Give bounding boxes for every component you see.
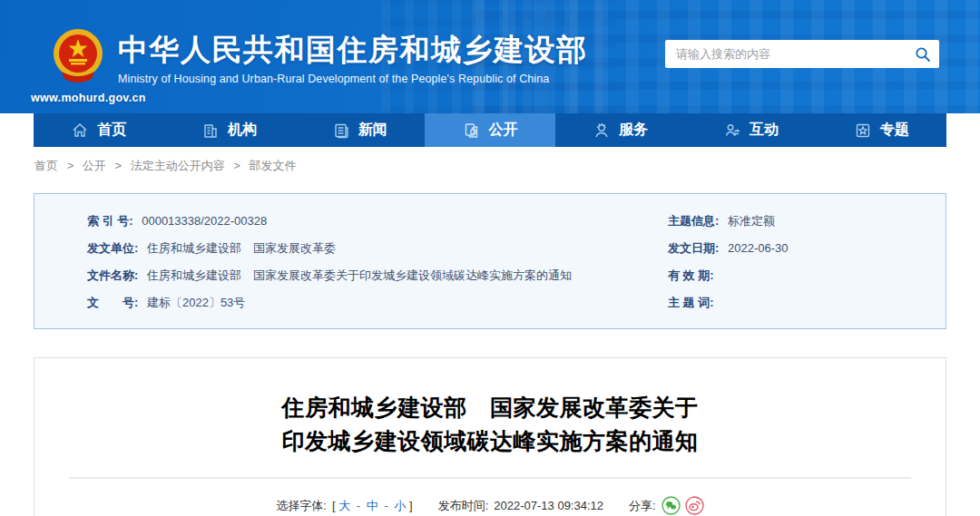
share-icons	[662, 496, 704, 515]
doc-value: 住房和城乡建设部 国家发展改革委	[147, 241, 336, 255]
special-topic-icon	[854, 122, 872, 140]
search-icon	[915, 46, 931, 63]
article-content-box: 住房和城乡建设部 国家发展改革委关于 印发城乡建设领域碳达峰实施方案的通知 选择…	[34, 357, 946, 516]
interaction-icon	[723, 122, 741, 140]
nav-item-special-topic[interactable]: 专题	[816, 113, 946, 147]
doc-info-right-column: 主题信息: 标准定额 发文日期: 2022-06-30 有 效 期: 主 题 词…	[668, 213, 940, 328]
breadcrumb-separator: >	[114, 159, 122, 172]
disclosure-icon	[463, 122, 481, 140]
breadcrumb-home[interactable]: 首页	[34, 159, 58, 172]
breadcrumb-statutory-content[interactable]: 法定主动公开内容	[131, 159, 225, 172]
nav-item-news[interactable]: 新闻	[294, 113, 425, 147]
news-icon	[332, 122, 350, 140]
bracket: [	[332, 499, 336, 512]
breadcrumb-separator: >	[233, 159, 240, 172]
publish-time-label: 发布时间:	[438, 498, 489, 514]
home-icon	[71, 122, 89, 140]
search-bar	[665, 40, 939, 68]
doc-value: 建标〔2022〕53号	[147, 296, 245, 309]
publish-time-value: 2022-07-13 09:34:12	[494, 499, 603, 512]
search-button[interactable]	[906, 40, 939, 68]
doc-value: 标准定额	[728, 214, 775, 228]
site-header: www.mohurd.gov.cn 中华人民共和国住房和城乡建设部 Minist…	[0, 0, 980, 113]
doc-label: 主题信息:	[668, 214, 719, 228]
doc-info-left-column: 索 引 号: 000013338/2022-00328 发文单位: 住房和城乡建…	[87, 213, 668, 328]
nav-label: 公开	[489, 121, 518, 140]
nav-item-organization[interactable]: 机构	[164, 113, 295, 147]
doc-value: 000013338/2022-00328	[142, 214, 267, 228]
font-size-small-link[interactable]: 小	[394, 499, 406, 512]
doc-label: 主 题 词:	[668, 296, 714, 309]
breadcrumb-separator: >	[67, 159, 74, 172]
share-label: 分享:	[629, 498, 656, 514]
doc-value: 住房和城乡建设部 国家发展改革委关于印发城乡建设领域碳达峰实施方案的通知	[147, 268, 572, 282]
font-select-label: 选择字体:	[276, 498, 327, 514]
nav-label: 服务	[619, 121, 648, 140]
service-icon	[593, 122, 611, 140]
article-title: 住房和城乡建设部 国家发展改革委关于 印发城乡建设领域碳达峰实施方案的通知	[34, 391, 946, 458]
doc-row-validity-period: 有 效 期:	[668, 268, 940, 295]
title-divider	[69, 477, 911, 479]
main-navigation: 首页 机构 新闻 公开 服务 互动	[34, 113, 946, 147]
doc-label: 发文日期:	[668, 241, 719, 255]
doc-row-keywords: 主 题 词:	[668, 295, 940, 322]
national-emblem-logo	[49, 26, 107, 84]
doc-value: 2022-06-30	[728, 241, 789, 255]
bracket: ]	[409, 499, 413, 512]
breadcrumb-disclosure[interactable]: 公开	[83, 159, 106, 172]
organization-icon	[201, 122, 220, 140]
article-title-line1: 住房和城乡建设部 国家发展改革委关于	[34, 391, 946, 424]
site-title-chinese: 中华人民共和国住房和城乡建设部	[118, 31, 588, 69]
site-title-english: Ministry of Housing and Urban-Rural Deve…	[118, 73, 588, 85]
doc-row-index-number: 索 引 号: 000013338/2022-00328	[87, 213, 668, 240]
nav-item-disclosure[interactable]: 公开	[425, 113, 555, 147]
doc-label: 发文单位:	[87, 241, 138, 255]
site-url: www.mohurd.gov.cn	[31, 92, 146, 104]
search-input[interactable]	[665, 42, 906, 66]
site-title-block: 中华人民共和国住房和城乡建设部 Ministry of Housing and …	[118, 31, 588, 85]
nav-label: 首页	[97, 121, 126, 140]
breadcrumb-ministry-documents[interactable]: 部发文件	[250, 159, 297, 172]
nav-label: 机构	[228, 121, 257, 140]
doc-label: 文件名称:	[87, 268, 138, 282]
nav-item-interaction[interactable]: 互动	[686, 113, 817, 147]
font-size-selector: [ 大 - 中 - 小 ]	[332, 498, 413, 514]
font-size-large-link[interactable]: 大	[338, 499, 350, 512]
font-size-medium-link[interactable]: 中	[367, 499, 378, 512]
doc-row-document-number: 文 号: 建标〔2022〕53号	[87, 295, 668, 322]
doc-row-issue-date: 发文日期: 2022-06-30	[668, 240, 940, 268]
doc-row-issuing-unit: 发文单位: 住房和城乡建设部 国家发展改革委	[87, 240, 668, 268]
article-title-line2: 印发城乡建设领域碳达峰实施方案的通知	[34, 424, 946, 458]
font-size-separator: -	[384, 499, 387, 512]
nav-item-home[interactable]: 首页	[34, 113, 164, 147]
doc-row-topic-info: 主题信息: 标准定额	[668, 213, 940, 240]
doc-label: 索 引 号:	[87, 214, 133, 228]
doc-label: 文 号:	[87, 296, 138, 309]
doc-label: 有 效 期:	[668, 268, 714, 282]
breadcrumb: 首页 > 公开 > 法定主动公开内容 > 部发文件	[34, 158, 297, 174]
nav-label: 专题	[880, 121, 909, 140]
document-info-box: 索 引 号: 000013338/2022-00328 发文单位: 住房和城乡建…	[34, 193, 946, 329]
nav-label: 互动	[750, 121, 779, 140]
font-size-separator: -	[357, 499, 360, 512]
nav-item-service[interactable]: 服务	[555, 113, 686, 147]
weibo-share-icon[interactable]	[685, 496, 704, 515]
doc-row-document-name: 文件名称: 住房和城乡建设部 国家发展改革委关于印发城乡建设领域碳达峰实施方案的…	[87, 268, 668, 295]
wechat-share-icon[interactable]	[662, 496, 681, 515]
nav-label: 新闻	[358, 121, 387, 140]
article-meta-bar: 选择字体: [ 大 - 中 - 小 ] 发布时间: 2022-07-13 09:…	[34, 496, 946, 515]
